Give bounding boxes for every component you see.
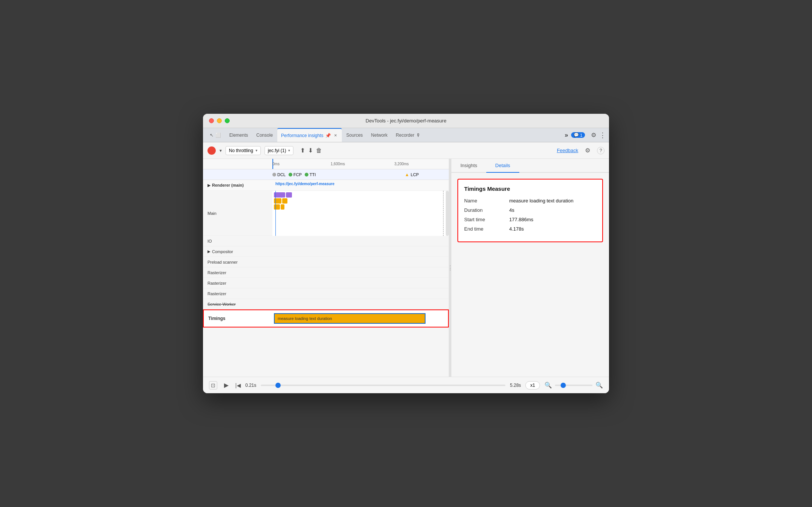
download-icon[interactable]: ⬇ bbox=[308, 147, 313, 154]
dashed-cursor bbox=[443, 191, 444, 236]
timing-bar[interactable]: measure loading text duration bbox=[274, 313, 426, 324]
zoom-slider[interactable] bbox=[555, 385, 592, 386]
traffic-lights bbox=[209, 118, 230, 123]
help-icon[interactable]: ? bbox=[597, 147, 604, 154]
tab-sources-label: Sources bbox=[346, 133, 363, 138]
tab-insights[interactable]: Insights bbox=[451, 159, 486, 173]
toolbar: ▾ No throttling ▾ jec.fyi (1) ▾ ⬆ ⬇ 🗑 Fe… bbox=[203, 142, 609, 159]
service-worker-label: Service Worker bbox=[203, 300, 272, 308]
main-flame-chart[interactable] bbox=[272, 191, 449, 236]
feedback-link[interactable]: Feedback bbox=[557, 148, 578, 153]
timing-bar-label: measure loading text duration bbox=[278, 316, 332, 321]
milestone-dcl: DCL bbox=[272, 172, 286, 177]
renderer-expand-arrow[interactable]: ▶ bbox=[208, 183, 211, 187]
kebab-menu-icon[interactable]: ⋮ bbox=[599, 131, 606, 139]
compositor-expand-arrow[interactable]: ▶ bbox=[208, 249, 211, 253]
track-io: IO bbox=[203, 236, 449, 246]
tab-sources[interactable]: Sources bbox=[343, 128, 367, 142]
screenshot-toggle[interactable]: ⊡ bbox=[209, 381, 217, 389]
tab-recorder[interactable]: Recorder 🎙 bbox=[392, 128, 424, 142]
compositor-content[interactable] bbox=[272, 246, 449, 257]
preload-content[interactable] bbox=[272, 257, 449, 267]
tab-performance-insights-label: Performance insights bbox=[281, 133, 323, 138]
detail-row-end-time: End time 4.178s bbox=[464, 226, 596, 232]
zoom-out-icon[interactable]: 🔍 bbox=[544, 382, 552, 389]
timings-content[interactable]: measure loading text duration bbox=[273, 310, 448, 327]
milestone-fcp: FCP bbox=[289, 172, 302, 177]
detail-duration-value: 4s bbox=[509, 207, 514, 213]
toolbar-gear-icon[interactable]: ⚙ bbox=[585, 147, 590, 154]
dcl-label: DCL bbox=[277, 172, 286, 177]
detail-end-label: End time bbox=[464, 226, 509, 232]
flame-bar-3[interactable] bbox=[274, 198, 281, 204]
chat-badge[interactable]: 💬 1 bbox=[571, 132, 585, 138]
flame-bar-2[interactable] bbox=[286, 192, 292, 198]
track-compositor: ▶ Compositor bbox=[203, 246, 449, 257]
timeline-scrollbar[interactable] bbox=[446, 191, 449, 236]
track-rasterizer-2: Rasterizer bbox=[203, 278, 449, 288]
speed-selector[interactable]: x1 bbox=[525, 381, 540, 389]
tti-label: TTI bbox=[310, 172, 316, 177]
settings-icon[interactable]: ⚙ bbox=[591, 131, 596, 139]
window-title: DevTools - jec.fyi/demo/perf-measure bbox=[365, 118, 446, 124]
page-select-arrow: ▾ bbox=[288, 148, 290, 152]
time-marker-1600ms: 1,600ms bbox=[331, 162, 345, 166]
tab-pointer[interactable]: ↖ ⬜ bbox=[206, 128, 225, 142]
service-worker-content[interactable] bbox=[272, 299, 449, 309]
time-end-value: 5.28s bbox=[510, 383, 521, 388]
zoom-controls: 🔍 🔍 bbox=[544, 382, 603, 389]
page-select-dropdown[interactable]: jec.fyi (1) ▾ bbox=[265, 146, 294, 155]
tab-close-button[interactable]: ✕ bbox=[333, 133, 338, 138]
close-button[interactable] bbox=[209, 118, 214, 123]
timings-label: Timings bbox=[204, 314, 273, 323]
track-timings[interactable]: Timings measure loading text duration bbox=[203, 309, 449, 327]
rasterizer2-content[interactable] bbox=[272, 278, 449, 288]
bottom-bar: ⊡ ▶ |◀ 0.21s 5.28s x1 🔍 🔍 bbox=[203, 377, 609, 393]
record-button[interactable] bbox=[208, 146, 216, 155]
detail-end-value: 4.178s bbox=[509, 226, 524, 232]
tab-performance-insights[interactable]: Performance insights 📌 ✕ bbox=[277, 128, 342, 142]
more-tabs-button[interactable]: » bbox=[565, 132, 568, 139]
tab-details[interactable]: Details bbox=[486, 159, 519, 173]
upload-icon[interactable]: ⬆ bbox=[300, 147, 305, 154]
flame-bar-6[interactable] bbox=[281, 204, 284, 210]
detail-row-name: Name measure loading text duration bbox=[464, 198, 596, 204]
fcp-dot bbox=[289, 173, 292, 177]
zoom-in-icon[interactable]: 🔍 bbox=[595, 382, 603, 389]
compositor-label: ▶ Compositor bbox=[203, 248, 272, 255]
io-label: IO bbox=[203, 237, 272, 245]
io-content[interactable] bbox=[272, 236, 449, 246]
minimize-button[interactable] bbox=[217, 118, 222, 123]
tab-elements[interactable]: Elements bbox=[226, 128, 252, 142]
trash-icon[interactable]: 🗑 bbox=[316, 147, 322, 154]
insights-tab-label: Insights bbox=[460, 163, 477, 168]
rasterizer3-label: Rasterizer bbox=[203, 290, 272, 297]
page-select-label: jec.fyi (1) bbox=[268, 148, 286, 153]
zoom-thumb[interactable] bbox=[561, 383, 566, 388]
renderer-label: ▶ Renderer (main) bbox=[203, 181, 272, 189]
tab-console[interactable]: Console bbox=[253, 128, 277, 142]
dcl-dot bbox=[272, 173, 276, 177]
rasterizer3-content[interactable] bbox=[272, 288, 449, 299]
inspector-icon: ⬜ bbox=[215, 133, 221, 138]
detail-duration-label: Duration bbox=[464, 207, 509, 213]
maximize-button[interactable] bbox=[225, 118, 230, 123]
seek-slider[interactable] bbox=[261, 385, 505, 386]
time-marker-0ms: 0ms bbox=[272, 162, 280, 166]
record-dropdown-arrow[interactable]: ▾ bbox=[220, 148, 222, 153]
flame-bar-4[interactable] bbox=[282, 198, 287, 204]
seek-thumb[interactable] bbox=[275, 383, 281, 388]
tab-network[interactable]: Network bbox=[367, 128, 391, 142]
rasterizer1-content[interactable] bbox=[272, 267, 449, 278]
throttling-dropdown[interactable]: No throttling ▾ bbox=[226, 146, 261, 155]
back-to-start-button[interactable]: |◀ bbox=[235, 382, 241, 388]
back-to-start-icon: |◀ bbox=[235, 382, 241, 388]
lcp-triangle-icon: ▲ bbox=[405, 172, 409, 177]
flame-bar-5[interactable] bbox=[274, 204, 280, 210]
milestone-lcp: ▲ LCP bbox=[405, 172, 419, 177]
renderer-url[interactable]: https://jec.fyi/demo/perf-measure bbox=[272, 180, 337, 187]
track-renderer: ▶ Renderer (main) https://jec.fyi/demo/p… bbox=[203, 180, 449, 191]
play-icon: ▶ bbox=[224, 382, 229, 389]
tti-dot bbox=[305, 173, 308, 177]
play-button[interactable]: ▶ bbox=[222, 381, 231, 390]
